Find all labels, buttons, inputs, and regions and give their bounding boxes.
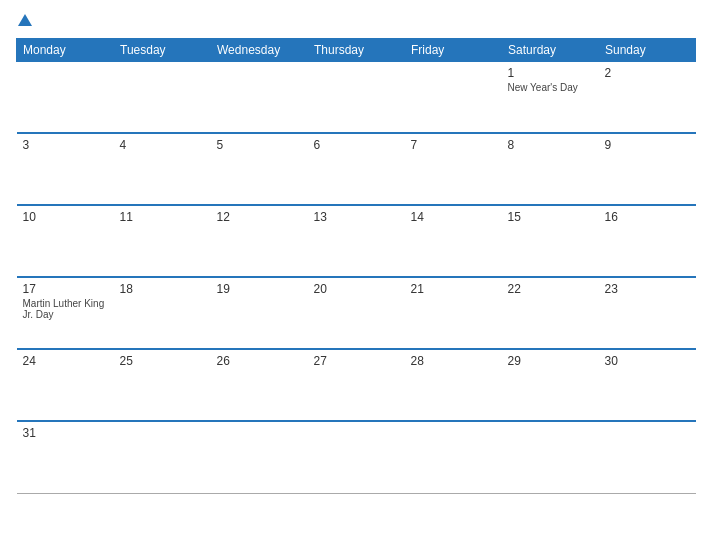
calendar-container: MondayTuesdayWednesdayThursdayFridaySatu… (0, 0, 712, 550)
calendar-day-cell: 5 (211, 133, 308, 205)
day-number: 15 (508, 210, 593, 224)
calendar-day-cell: 18 (114, 277, 211, 349)
day-number: 9 (605, 138, 690, 152)
day-number: 6 (314, 138, 399, 152)
weekday-sunday: Sunday (599, 38, 696, 61)
calendar-week-row: 3456789 (17, 133, 696, 205)
day-number: 22 (508, 282, 593, 296)
day-number: 3 (23, 138, 108, 152)
day-number: 5 (217, 138, 302, 152)
weekday-saturday: Saturday (502, 38, 599, 61)
calendar-day-cell: 4 (114, 133, 211, 205)
calendar-day-cell: 1New Year's Day (502, 61, 599, 133)
calendar-day-cell: 22 (502, 277, 599, 349)
day-number: 25 (120, 354, 205, 368)
logo-triangle-icon (18, 14, 32, 26)
day-number: 17 (23, 282, 108, 296)
calendar-header (16, 12, 696, 30)
calendar-week-row: 31 (17, 421, 696, 493)
day-number: 14 (411, 210, 496, 224)
day-number: 20 (314, 282, 399, 296)
calendar-day-cell: 11 (114, 205, 211, 277)
logo-general (16, 12, 32, 30)
day-number: 12 (217, 210, 302, 224)
weekday-friday: Friday (405, 38, 502, 61)
calendar-day-cell: 12 (211, 205, 308, 277)
day-number: 1 (508, 66, 593, 80)
calendar-day-cell (502, 421, 599, 493)
calendar-week-row: 24252627282930 (17, 349, 696, 421)
calendar-day-cell: 27 (308, 349, 405, 421)
weekday-tuesday: Tuesday (114, 38, 211, 61)
calendar-day-cell (114, 421, 211, 493)
day-number: 18 (120, 282, 205, 296)
calendar-week-row: 17Martin Luther King Jr. Day181920212223 (17, 277, 696, 349)
calendar-day-cell: 26 (211, 349, 308, 421)
calendar-week-row: 10111213141516 (17, 205, 696, 277)
day-number: 7 (411, 138, 496, 152)
weekday-monday: Monday (17, 38, 114, 61)
calendar-day-cell: 20 (308, 277, 405, 349)
calendar-day-cell (405, 421, 502, 493)
day-number: 4 (120, 138, 205, 152)
day-number: 23 (605, 282, 690, 296)
day-event: New Year's Day (508, 82, 593, 93)
day-number: 8 (508, 138, 593, 152)
calendar-day-cell: 17Martin Luther King Jr. Day (17, 277, 114, 349)
day-number: 13 (314, 210, 399, 224)
calendar-day-cell: 30 (599, 349, 696, 421)
calendar-day-cell: 19 (211, 277, 308, 349)
calendar-day-cell: 16 (599, 205, 696, 277)
calendar-day-cell: 23 (599, 277, 696, 349)
calendar-day-cell (211, 61, 308, 133)
calendar-day-cell (114, 61, 211, 133)
weekday-wednesday: Wednesday (211, 38, 308, 61)
calendar-day-cell: 14 (405, 205, 502, 277)
calendar-day-cell: 25 (114, 349, 211, 421)
day-number: 16 (605, 210, 690, 224)
calendar-day-cell (599, 421, 696, 493)
calendar-day-cell: 15 (502, 205, 599, 277)
day-number: 2 (605, 66, 690, 80)
day-number: 21 (411, 282, 496, 296)
logo (16, 12, 32, 30)
calendar-day-cell: 7 (405, 133, 502, 205)
weekday-thursday: Thursday (308, 38, 405, 61)
calendar-day-cell: 3 (17, 133, 114, 205)
calendar-day-cell: 10 (17, 205, 114, 277)
day-number: 24 (23, 354, 108, 368)
calendar-table: MondayTuesdayWednesdayThursdayFridaySatu… (16, 38, 696, 494)
calendar-day-cell: 8 (502, 133, 599, 205)
day-number: 27 (314, 354, 399, 368)
day-number: 10 (23, 210, 108, 224)
calendar-week-row: 1New Year's Day2 (17, 61, 696, 133)
day-number: 11 (120, 210, 205, 224)
day-number: 30 (605, 354, 690, 368)
calendar-day-cell: 6 (308, 133, 405, 205)
calendar-day-cell (308, 61, 405, 133)
calendar-day-cell: 21 (405, 277, 502, 349)
day-number: 29 (508, 354, 593, 368)
calendar-day-cell: 24 (17, 349, 114, 421)
day-number: 19 (217, 282, 302, 296)
day-event: Martin Luther King Jr. Day (23, 298, 108, 320)
calendar-day-cell (211, 421, 308, 493)
calendar-day-cell: 28 (405, 349, 502, 421)
day-number: 26 (217, 354, 302, 368)
day-number: 28 (411, 354, 496, 368)
calendar-day-cell: 29 (502, 349, 599, 421)
calendar-day-cell (308, 421, 405, 493)
day-number: 31 (23, 426, 108, 440)
calendar-day-cell: 9 (599, 133, 696, 205)
weekday-header-row: MondayTuesdayWednesdayThursdayFridaySatu… (17, 38, 696, 61)
calendar-day-cell (405, 61, 502, 133)
calendar-day-cell: 13 (308, 205, 405, 277)
calendar-day-cell: 2 (599, 61, 696, 133)
calendar-day-cell: 31 (17, 421, 114, 493)
calendar-day-cell (17, 61, 114, 133)
